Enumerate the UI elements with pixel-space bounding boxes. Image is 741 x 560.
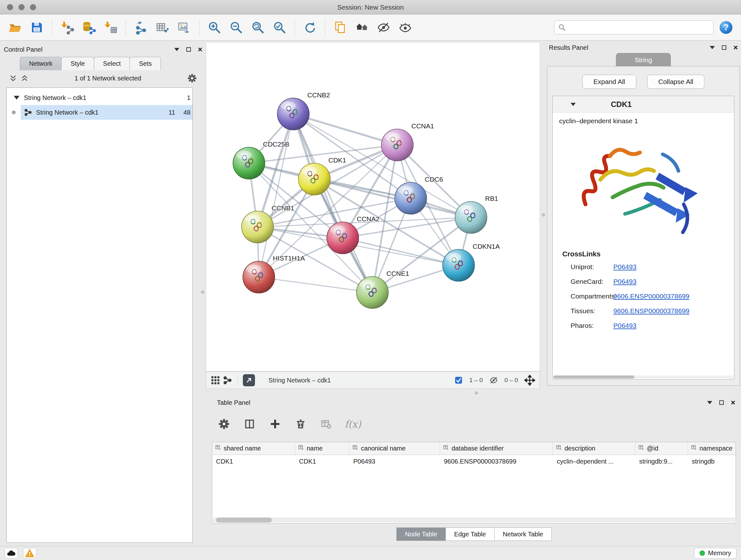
selected-checkbox-icon[interactable] [455, 376, 463, 384]
edge-CCNA2-CDKN1A[interactable] [343, 238, 459, 265]
zoom-fit-button[interactable] [249, 18, 267, 37]
left-splitter-handle[interactable] [201, 291, 204, 294]
network-node-CCNA1[interactable] [381, 129, 413, 161]
column-header-@id[interactable]: @id [635, 442, 688, 455]
tree-expand-icon[interactable] [14, 96, 19, 100]
selected-network-highlight[interactable]: String Network – cdk1 11 48 [21, 105, 192, 120]
table-row[interactable]: CDK1CDK1P064939606.ENSP00000378699cyclin… [212, 455, 736, 468]
edge-CCNB2-CCNA1[interactable] [293, 114, 397, 145]
search-box[interactable] [554, 20, 714, 35]
network-collection-row[interactable]: String Network – cdk1 1 [7, 90, 192, 105]
column-header-name[interactable]: name [295, 442, 349, 455]
new-table-button[interactable] [153, 18, 172, 37]
network-view[interactable]: CCNB2CCNA1CDC25BCDK1CDC6RB1CCNB1CCNA2CDK… [206, 42, 540, 371]
right-splitter-handle[interactable] [542, 213, 545, 216]
show-columns-button[interactable] [243, 417, 257, 431]
collapse-all-icon[interactable] [9, 74, 17, 82]
crosslink-link[interactable]: P06493 [613, 322, 636, 329]
crosslink-link[interactable]: P06493 [613, 278, 636, 286]
copy-style-button[interactable] [331, 18, 349, 37]
trash-icon [295, 418, 307, 430]
import-network-database-button[interactable] [79, 18, 98, 37]
tab-select[interactable]: Select [94, 57, 130, 70]
export-image-button[interactable] [175, 18, 193, 37]
panel-menu-icon[interactable] [710, 46, 715, 49]
tab-string[interactable]: String [616, 53, 671, 66]
add-column-button[interactable] [268, 417, 282, 431]
close-panel-icon[interactable]: × [733, 44, 738, 51]
network-node-HIST1H1A[interactable] [243, 261, 275, 293]
network-node-CDC6[interactable] [395, 182, 427, 214]
gear-icon[interactable] [187, 73, 197, 83]
edge-CCNB2-HIST1H1A[interactable] [259, 114, 293, 277]
network-node-CCNB1[interactable] [242, 211, 273, 243]
tab-network[interactable]: Network [20, 57, 62, 70]
tab-network-table[interactable]: Network Table [494, 527, 552, 541]
memory-button[interactable]: Memory [694, 548, 737, 559]
import-table-button[interactable] [101, 18, 120, 37]
results-hscrollbar[interactable] [553, 375, 733, 379]
network-view-icon[interactable] [223, 375, 232, 385]
network-node-CDC25B[interactable] [233, 147, 265, 179]
float-panel-icon[interactable] [186, 47, 191, 52]
cloud-button[interactable] [4, 548, 18, 559]
column-header-shared-name[interactable]: shared name [212, 442, 295, 455]
new-network-button[interactable] [131, 18, 150, 37]
float-panel-icon[interactable] [719, 400, 724, 405]
expand-all-button[interactable]: Expand All [583, 75, 636, 89]
network-node-CCNB2[interactable] [277, 98, 309, 130]
network-node-CDK1[interactable] [298, 163, 330, 195]
crosslink-link[interactable]: 9606.ENSP00000378699 [613, 293, 689, 300]
column-header-namespace[interactable]: namespace [688, 442, 736, 455]
hide-details-button[interactable] [374, 18, 393, 37]
crosslink-link[interactable]: P06493 [613, 263, 636, 271]
column-header-canonical-name[interactable]: canonical name [349, 442, 440, 455]
panel-menu-icon[interactable] [707, 401, 712, 404]
table-settings-button[interactable] [217, 417, 231, 431]
collapse-all-button[interactable]: Collapse All [647, 75, 704, 89]
network-node-RB1[interactable] [455, 201, 487, 233]
delete-table-button[interactable] [319, 417, 333, 431]
search-input[interactable] [568, 24, 710, 31]
network-node-CCNE1[interactable] [356, 276, 388, 308]
home-icon [355, 20, 369, 35]
refresh-layout-button[interactable] [300, 18, 319, 37]
panel-menu-icon[interactable] [174, 48, 179, 51]
grid-view-icon[interactable] [211, 375, 220, 385]
column-header-database-identifier[interactable]: database identifier [440, 442, 553, 455]
crosslink-link[interactable]: 9606.ENSP00000378699 [613, 307, 689, 315]
table-hscrollbar[interactable] [213, 517, 735, 523]
expand-all-icon[interactable] [20, 74, 29, 82]
edge-HIST1H1A-CCNE1[interactable] [259, 277, 373, 293]
tab-sets[interactable]: Sets [130, 57, 161, 70]
tab-style[interactable]: Style [61, 57, 94, 70]
zoom-out-button[interactable] [227, 18, 246, 37]
collapse-gene-icon[interactable] [570, 103, 576, 106]
zoom-in-button[interactable] [205, 18, 224, 37]
warnings-button[interactable] [23, 548, 37, 559]
function-builder-button[interactable]: f(x) [345, 419, 361, 430]
help-button[interactable]: ? [717, 18, 735, 37]
bottom-splitter-handle[interactable] [475, 391, 478, 395]
close-panel-icon[interactable]: × [198, 46, 202, 53]
edge-CCNB2-CCNE1[interactable] [293, 114, 373, 293]
tab-edge-table[interactable]: Edge Table [446, 527, 495, 541]
show-details-button[interactable] [396, 18, 414, 37]
pan-crosshair-icon[interactable] [524, 375, 535, 386]
delete-column-button[interactable] [293, 417, 308, 431]
network-row[interactable]: String Network – cdk1 11 48 [7, 105, 192, 120]
zoom-selected-button[interactable] [270, 18, 289, 37]
import-network-button[interactable] [58, 18, 76, 37]
column-header-description[interactable]: description [553, 442, 635, 455]
tab-node-table[interactable]: Node Table [396, 527, 446, 541]
detach-view-button[interactable] [243, 374, 255, 386]
network-node-CCNA2[interactable] [327, 222, 359, 254]
node-label-RB1: RB1 [485, 195, 498, 202]
float-panel-icon[interactable] [722, 45, 726, 50]
save-session-button[interactable] [27, 18, 46, 37]
open-session-button[interactable] [6, 18, 24, 37]
close-panel-icon[interactable]: × [731, 399, 735, 406]
network-node-CDKN1A[interactable] [443, 249, 475, 281]
hidden-eye-off-icon[interactable] [489, 376, 498, 385]
birds-eye-button[interactable] [353, 18, 371, 37]
